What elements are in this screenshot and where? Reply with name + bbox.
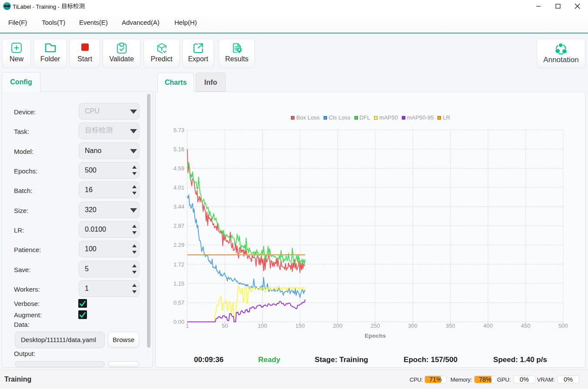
svg-text:50: 50 <box>222 323 228 329</box>
svg-text:5.16: 5.16 <box>174 146 184 153</box>
svg-text:1.72: 1.72 <box>174 261 184 268</box>
svg-text:1.15: 1.15 <box>174 280 184 287</box>
svg-text:3.44: 3.44 <box>174 203 184 210</box>
svg-text:300: 300 <box>408 323 418 329</box>
svg-text:2.87: 2.87 <box>174 223 184 229</box>
svg-text:1: 1 <box>186 323 189 329</box>
svg-text:500: 500 <box>558 323 568 329</box>
svg-text:0.57: 0.57 <box>174 299 184 306</box>
svg-text:250: 250 <box>371 323 380 329</box>
svg-text:200: 200 <box>333 323 343 329</box>
svg-text:150: 150 <box>295 323 305 329</box>
svg-text:350: 350 <box>446 323 455 329</box>
svg-text:4.01: 4.01 <box>174 184 184 191</box>
svg-text:2.29: 2.29 <box>174 242 184 248</box>
svg-text:100: 100 <box>258 323 267 329</box>
svg-text:450: 450 <box>521 323 531 329</box>
svg-text:4.59: 4.59 <box>174 165 184 172</box>
svg-text:400: 400 <box>483 323 493 329</box>
svg-text:Epochs: Epochs <box>365 332 386 339</box>
svg-text:0.00: 0.00 <box>174 319 184 325</box>
svg-text:5.73: 5.73 <box>174 127 184 133</box>
